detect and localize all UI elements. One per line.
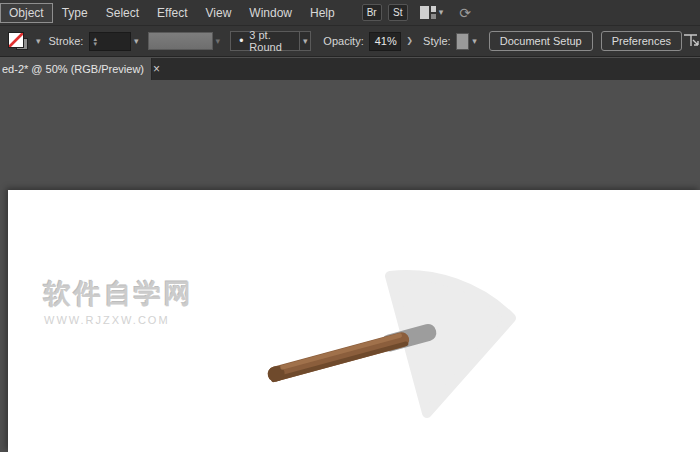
stroke-weight-stepper[interactable]: ▴ ▾ <box>93 36 97 46</box>
document-tab-bar: ed-2* @ 50% (RGB/Preview) × <box>0 58 700 80</box>
fill-none-swatch <box>8 32 24 48</box>
workspace-switcher[interactable]: ▾ <box>420 6 444 19</box>
menu-bar: Object Type Select Effect View Window He… <box>0 0 700 25</box>
menu-effect[interactable]: Effect <box>148 3 196 23</box>
menu-window[interactable]: Window <box>240 3 301 23</box>
preferences-button[interactable]: Preferences <box>601 31 682 51</box>
stroke-weight-dropdown-icon[interactable]: ▾ <box>134 37 139 46</box>
stroke-label[interactable]: Stroke: <box>49 35 84 47</box>
opacity-input[interactable]: 41% <box>369 32 402 51</box>
opacity-panel-chevron-icon[interactable]: ❯ <box>406 37 413 45</box>
brush-value: 3 pt. Round <box>249 29 291 53</box>
illustrator-window: Object Type Select Effect View Window He… <box>0 0 700 452</box>
brush-definition-dropdown[interactable]: • 3 pt. Round <box>230 31 300 51</box>
stock-button[interactable]: St <box>388 4 408 21</box>
menu-select[interactable]: Select <box>97 3 148 23</box>
fill-dropdown-chevron-icon[interactable]: ▾ <box>36 37 41 46</box>
style-label: Style: <box>423 35 451 47</box>
width-profile-chevron-icon[interactable]: ▾ <box>216 37 221 46</box>
share-icon[interactable]: ⟳ <box>459 5 471 21</box>
artwork <box>8 190 700 452</box>
align-panel-icon <box>682 32 700 48</box>
document-setup-button[interactable]: Document Setup <box>489 31 593 51</box>
shovel-handle-underside <box>271 341 409 383</box>
chevron-down-icon: ▾ <box>439 8 444 17</box>
stepper-down-icon: ▾ <box>93 41 97 46</box>
brush-preview-icon: • <box>239 34 243 48</box>
stroke-weight-input[interactable]: ▴ ▾ <box>89 32 131 51</box>
brush-dropdown-button[interactable]: ▾ <box>300 31 311 51</box>
width-profile-dropdown[interactable] <box>148 32 212 50</box>
menu-object[interactable]: Object <box>0 3 53 23</box>
menu-type[interactable]: Type <box>53 3 97 23</box>
tab-close-icon[interactable]: × <box>153 62 160 76</box>
menu-view[interactable]: View <box>197 3 241 23</box>
fill-stroke-proxy[interactable] <box>8 30 32 52</box>
style-swatch[interactable] <box>456 33 470 50</box>
menu-help[interactable]: Help <box>301 3 344 23</box>
opacity-label[interactable]: Opacity: <box>323 35 363 47</box>
artboard[interactable]: 软件自学网 WWW.RJZXW.COM <box>8 190 700 452</box>
control-bar: ▾ Stroke: ▴ ▾ ▾ ▾ • 3 pt. Round ▾ Opacit… <box>0 25 700 57</box>
canvas-area: 软件自学网 WWW.RJZXW.COM <box>0 80 700 452</box>
workspace-switcher-icon <box>420 6 436 19</box>
style-dropdown-chevron-icon[interactable]: ▾ <box>472 37 477 46</box>
tab-title: ed-2* @ 50% (RGB/Preview) <box>2 63 144 75</box>
bridge-button[interactable]: Br <box>362 4 382 21</box>
document-tab[interactable]: ed-2* @ 50% (RGB/Preview) × <box>0 58 152 80</box>
panel-menu-icon[interactable] <box>682 32 700 50</box>
chevron-down-icon: ▾ <box>303 37 308 46</box>
